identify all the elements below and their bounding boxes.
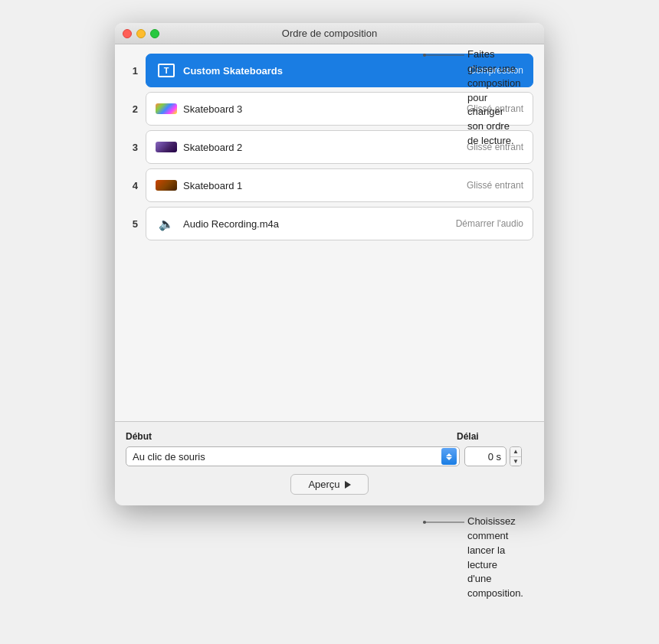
arrow-up-icon <box>446 453 452 456</box>
select-arrow-icon[interactable] <box>441 448 457 465</box>
comp-name-4: Skateboard 1 <box>183 180 242 191</box>
skateboard-colorful-icon <box>156 103 177 114</box>
minimize-button[interactable] <box>136 29 146 38</box>
row-number-4: 4 <box>126 180 138 191</box>
title-bar: Ordre de composition <box>115 23 544 44</box>
comp-name-1: Custom Skateboards <box>183 65 283 77</box>
svg-point-1 <box>423 54 426 57</box>
composition-row-5: 5 🔈 Audio Recording.m4a Démarrer l'audio <box>126 207 533 240</box>
comp-item-left-1: Custom Skateboards <box>156 63 283 78</box>
comp-name-3: Skateboard 2 <box>183 142 242 153</box>
top-annotation-text: Faites glisser une composition pour chan… <box>467 47 520 149</box>
comp-item-left-5: 🔈 Audio Recording.m4a <box>156 216 279 231</box>
comp-icon-3 <box>156 139 177 155</box>
delay-input[interactable] <box>464 446 507 466</box>
debut-label: Début <box>126 431 457 442</box>
arrow-down-icon <box>446 457 452 460</box>
audio-icon: 🔈 <box>159 217 174 231</box>
window-title: Ordre de composition <box>282 28 377 39</box>
delay-wrapper: ▲ ▼ <box>464 446 533 466</box>
svg-point-3 <box>423 521 426 524</box>
select-wrapper: Au clic de souris <box>126 446 460 466</box>
comp-action-5: Démarrer l'audio <box>456 218 523 229</box>
comp-icon-1 <box>156 63 177 78</box>
composition-item-5[interactable]: 🔈 Audio Recording.m4a Démarrer l'audio <box>146 207 533 240</box>
comp-icon-4 <box>156 178 177 193</box>
row-number-5: 5 <box>126 218 138 230</box>
row-number-1: 1 <box>126 65 138 77</box>
comp-item-left-4: Skateboard 1 <box>156 178 242 193</box>
play-icon <box>345 481 351 489</box>
comp-name-2: Skateboard 3 <box>183 103 242 115</box>
top-callout-line <box>423 54 469 57</box>
comp-icon-5: 🔈 <box>156 216 177 231</box>
bottom-controls: Au clic de souris ▲ ▼ <box>126 446 533 466</box>
bottom-callout-line <box>423 521 469 524</box>
traffic-lights <box>123 29 159 38</box>
row-number-3: 3 <box>126 142 138 153</box>
row-number-2: 2 <box>126 103 138 115</box>
comp-item-left-2: Skateboard 3 <box>156 101 242 116</box>
skateboard-2-icon <box>156 180 177 191</box>
preview-button[interactable]: Aperçu <box>290 474 368 495</box>
preview-row: Aperçu <box>126 474 533 495</box>
skateboard-3-icon <box>156 142 177 152</box>
stepper-up-button[interactable]: ▲ <box>510 447 521 457</box>
bottom-section: Début Délai Au clic de souris ▲ <box>115 421 544 505</box>
preview-label: Aperçu <box>308 479 339 490</box>
spacer <box>126 240 533 409</box>
composition-item-4[interactable]: Skateboard 1 Glissé entrant <box>146 168 533 202</box>
comp-name-5: Audio Recording.m4a <box>183 218 279 230</box>
maximize-button[interactable] <box>150 29 159 38</box>
stepper-down-button[interactable]: ▼ <box>510 457 521 466</box>
debut-select[interactable]: Au clic de souris <box>126 446 460 466</box>
comp-action-4: Glissé entrant <box>467 180 523 191</box>
comp-icon-2 <box>156 101 177 116</box>
bottom-labels: Début Délai <box>126 431 533 442</box>
delay-stepper[interactable]: ▲ ▼ <box>510 446 522 466</box>
comp-item-left-3: Skateboard 2 <box>156 139 242 155</box>
close-button[interactable] <box>123 29 132 38</box>
bottom-annotation-text: Choisissez comment lancer la lecture d'u… <box>467 515 523 601</box>
composition-row-4: 4 Skateboard 1 Glissé entrant <box>126 168 533 202</box>
delai-label: Délai <box>457 431 533 442</box>
text-icon <box>158 64 175 77</box>
